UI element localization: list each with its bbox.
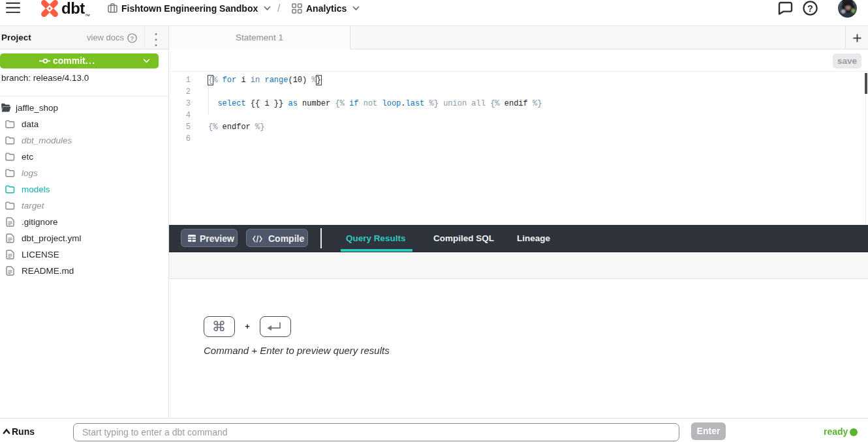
svg-text:?: ? <box>807 3 813 14</box>
svg-text:?: ? <box>131 35 134 42</box>
